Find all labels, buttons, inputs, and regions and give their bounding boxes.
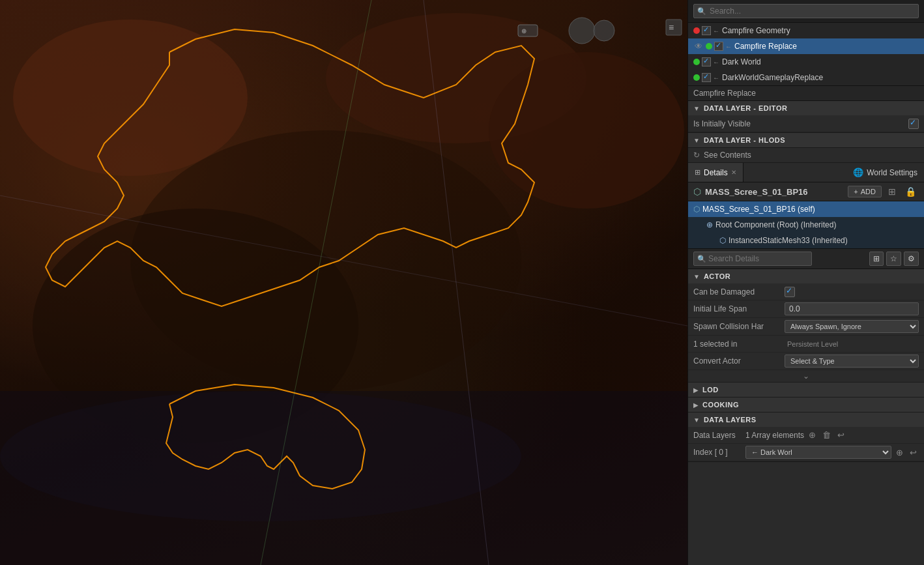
layer-list: ← Campfire Geometry 👁 ← Campfire Replace… <box>688 23 924 86</box>
layer-dot-green2 <box>693 59 700 65</box>
details-tab-close[interactable]: ✕ <box>731 169 736 176</box>
editor-section-title: DATA LAYER - EDITOR <box>704 104 787 112</box>
data-layers-row: Data Layers 1 Array elements ⊕ 🗑 ↩ <box>688 427 924 444</box>
layer-checkbox-darkworld-gameplay[interactable] <box>702 73 711 82</box>
convert-actor-select[interactable]: Select & Type <box>785 355 919 368</box>
data-layer-editor-header[interactable]: ▼ DATA LAYER - EDITOR <box>688 101 924 115</box>
grid-view-button[interactable]: ⊞ <box>886 185 899 198</box>
comp-name-root: Root Component (Root) (Inherited) <box>715 220 836 229</box>
settings-button[interactable]: ⚙ <box>904 252 919 266</box>
initial-life-span-row: Initial Life Span <box>688 300 924 318</box>
data-layers-count: 1 Array elements <box>745 431 804 440</box>
can-be-damaged-checkbox[interactable] <box>785 287 795 297</box>
actor-section-header[interactable]: ▼ ACTOR <box>688 269 924 283</box>
layer-item-dark-world[interactable]: ← Dark World <box>688 54 924 70</box>
search-details-input[interactable] <box>693 252 812 266</box>
data-layer-hlods-section[interactable]: ▼ DATA LAYER - HLODS <box>688 133 924 148</box>
right-panel: 🔍 ← Campfire Geometry 👁 ← Campfire Repla… <box>687 0 924 565</box>
lod-title: LOD <box>702 386 719 394</box>
selected-in-label: 1 selected in <box>693 340 785 349</box>
see-contents-row[interactable]: ↻ See Contents <box>688 148 924 163</box>
hlods-section-title: DATA LAYER - HLODS <box>704 136 785 144</box>
layer-checkbox-campfire-geometry[interactable] <box>702 26 711 35</box>
is-initially-visible-label: Is Initially Visible <box>693 119 908 128</box>
layer-arrow: ← <box>713 27 719 35</box>
can-be-damaged-row: Can be Damaged <box>688 283 924 300</box>
spawn-collision-select[interactable]: Always Spawn, Ignore Default <box>785 320 919 333</box>
grid-details-button[interactable]: ⊞ <box>869 252 884 266</box>
data-layer-editor-section: ▼ DATA LAYER - EDITOR Is Initially Visib… <box>688 101 924 133</box>
selected-in-row: 1 selected in Persistent Level <box>688 336 924 353</box>
data-layers-reset-btn[interactable]: ↩ <box>835 429 846 441</box>
convert-actor-label: Convert Actor <box>693 356 785 366</box>
spawn-collision-row: Spawn Collision Har Always Spawn, Ignore… <box>688 318 924 336</box>
layer-dot-red <box>693 27 700 34</box>
index-icon-btn1[interactable]: ⊕ <box>894 447 905 458</box>
layer-item-campfire-geometry[interactable]: ← Campfire Geometry <box>688 23 924 38</box>
star-button[interactable]: ☆ <box>886 252 901 266</box>
layer-checkbox-dark-world[interactable] <box>702 57 711 66</box>
campfire-replace-label: Campfire Replace <box>688 86 924 101</box>
comp-item-self[interactable]: ⬡ MASS_Scree_S_01_BP16 (self) <box>688 201 924 217</box>
tab-details[interactable]: ⊞ Details ✕ <box>688 163 744 182</box>
index-select[interactable]: ← Dark Worl <box>745 446 891 459</box>
layer-arrow3: ← <box>713 59 719 66</box>
layer-item-darkworld-gameplay[interactable]: ← DarkWorldGameplayReplace <box>688 70 924 85</box>
search-icon: 🔍 <box>697 7 706 16</box>
spawn-collision-label: Spawn Collision Har <box>693 322 785 331</box>
lock-button[interactable]: 🔒 <box>902 185 919 198</box>
expand-actor-button[interactable]: ⌄ <box>688 370 924 382</box>
initial-life-span-input[interactable] <box>785 302 919 315</box>
data-layers-title: DATA LAYERS <box>704 416 757 424</box>
initial-life-span-value <box>785 302 919 315</box>
spawn-collision-value: Always Spawn, Ignore Default <box>785 320 919 333</box>
tabs-row: ⊞ Details ✕ 🌐 World Settings <box>688 163 924 182</box>
index-icon-btn2[interactable]: ↩ <box>908 447 919 458</box>
actor-name: MASS_Scree_S_01_BP16 <box>705 187 844 197</box>
add-icon: + <box>854 188 858 196</box>
layer-name-dark-world: Dark World <box>722 57 919 66</box>
layer-eye-icon: 👁 <box>693 41 704 51</box>
data-layers-label: Data Layers <box>693 431 745 440</box>
add-button[interactable]: + ADD <box>848 186 882 197</box>
is-initially-visible-row: Is Initially Visible <box>688 115 924 132</box>
see-contents-icon: ↻ <box>693 151 700 160</box>
tab-world-settings[interactable]: 🌐 World Settings <box>846 163 924 182</box>
layer-dot-green <box>706 43 712 50</box>
actor-header: ⬡ MASS_Scree_S_01_BP16 + ADD ⊞ 🔒 <box>688 182 924 201</box>
outliner-search-input[interactable] <box>693 4 919 18</box>
details-tab-label: Details <box>704 168 728 177</box>
actor-icon: ⬡ <box>693 186 701 197</box>
data-layers-add-btn[interactable]: ⊕ <box>807 429 818 441</box>
world-settings-label: World Settings <box>867 168 917 177</box>
layer-item-campfire-replace[interactable]: 👁 ← Campfire Replace <box>688 38 924 54</box>
lod-section[interactable]: ▶ LOD <box>688 383 924 398</box>
cooking-section[interactable]: ▶ COOKING <box>688 398 924 413</box>
search-details-icon: 🔍 <box>697 255 706 263</box>
editor-collapse-arrow: ▼ <box>693 105 700 112</box>
comp-item-instanced[interactable]: ⬡ InstancedStaticMesh33 (Inherited) <box>688 233 924 248</box>
outliner-search-bar: 🔍 <box>688 0 924 23</box>
selected-in-value: Persistent Level <box>785 340 919 349</box>
layer-dot-green3 <box>693 74 700 81</box>
comp-name-self: MASS_Scree_S_01_BP16 (self) <box>702 205 815 214</box>
layer-name-campfire-geometry: Campfire Geometry <box>722 26 919 35</box>
props-panel[interactable]: ▼ ACTOR Can be Damaged Initial Life Span… <box>688 269 924 565</box>
initial-life-span-label: Initial Life Span <box>693 304 785 313</box>
3d-viewport[interactable]: ⊕ ≡ <box>0 0 687 565</box>
persistent-level-text: Persistent Level <box>785 340 841 349</box>
layer-name-campfire-replace: Campfire Replace <box>734 42 919 51</box>
comp-icon-root: ⊕ <box>706 220 713 229</box>
layer-checkbox-campfire-replace[interactable] <box>714 42 723 51</box>
search-wrap: 🔍 <box>693 4 919 18</box>
comp-item-root[interactable]: ⊕ Root Component (Root) (Inherited) <box>688 217 924 233</box>
comp-icon-self: ⬡ <box>693 205 700 214</box>
layer-arrow4: ← <box>713 74 719 81</box>
is-initially-visible-checkbox[interactable] <box>908 119 919 129</box>
hlods-collapse-arrow: ▼ <box>693 137 700 144</box>
data-layers-header[interactable]: ▼ DATA LAYERS <box>688 413 924 427</box>
terrain-background <box>0 0 687 565</box>
data-layers-delete-btn[interactable]: 🗑 <box>820 429 833 441</box>
actor-section-title: ACTOR <box>704 272 730 280</box>
see-contents-label: See Contents <box>704 151 751 160</box>
